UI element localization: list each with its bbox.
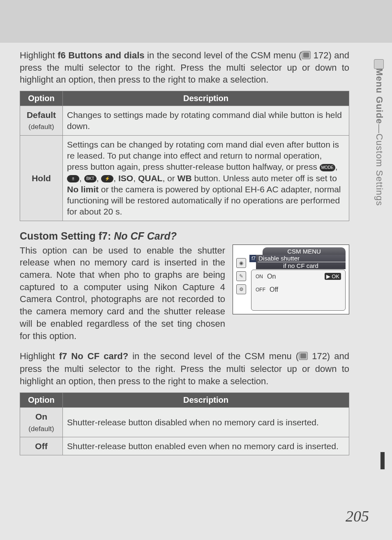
- intro-mid: in the second level of the CSM menu (: [145, 50, 302, 60]
- page: Menu Guide—Custom Settings Highlight f6 …: [0, 0, 392, 540]
- ok-indicator: OK: [325, 273, 341, 280]
- ev-icon: ±: [67, 175, 79, 182]
- desc-cell: Shutter-release button enabled even when…: [63, 437, 349, 455]
- opt-main: Hold: [32, 173, 51, 183]
- qual-bold: QUAL: [138, 173, 163, 183]
- csm-option-off[interactable]: OFF Off: [251, 283, 345, 296]
- top-band: [0, 0, 392, 43]
- sidebar-text: Menu Guide—Custom Settings: [374, 68, 385, 206]
- ref-icon: [299, 352, 308, 360]
- off-badge: OFF: [256, 287, 265, 293]
- pencil-icon: ✎: [236, 271, 246, 281]
- content-area: Highlight f6 Buttons and dials in the se…: [20, 49, 349, 455]
- wrench-icon: ⚙: [236, 284, 246, 294]
- desc-tail: or the camera is powered by optional EH-…: [67, 185, 341, 217]
- opt-cell-default: Default (default): [20, 106, 63, 136]
- th-option: Option: [20, 393, 63, 408]
- csm-title: CSM MENU: [263, 247, 346, 255]
- intro2-mid: in the second level of the CSM menu (: [128, 351, 299, 361]
- opt-main: On: [35, 412, 47, 421]
- flash-icon: ⚡: [101, 175, 113, 182]
- intro2-para: Highlight f7 No CF card? in the second l…: [20, 350, 349, 388]
- bkt-icon: BKT: [84, 175, 97, 182]
- opt-cell-off: Off: [20, 437, 63, 455]
- csm-body: ON On OK OFF Off: [251, 270, 346, 311]
- intro2-bold: f7 No CF card?: [59, 351, 128, 361]
- pencil-icon: [374, 59, 384, 69]
- csm-sub1: Disable shutter: [256, 255, 346, 262]
- table-f7: Option Description On (default) Shutter-…: [20, 392, 349, 455]
- side-tab-label: Menu Guide—Custom Settings: [374, 68, 385, 216]
- opt-sub: (default): [28, 123, 54, 131]
- th-desc: Description: [63, 91, 349, 106]
- desc-cell: Settings can be changed by rotating com …: [63, 135, 349, 221]
- opt-cell-hold: Hold: [20, 135, 63, 221]
- table-row: Off Shutter-release button enabled even …: [20, 437, 349, 455]
- table-f6: Option Description Default (default) Cha…: [20, 91, 349, 221]
- thumb-tab: [374, 452, 385, 469]
- page-number: 205: [346, 507, 369, 525]
- desc-after-icons: button. Unless auto meter off is set to: [192, 173, 337, 183]
- desc-cell: Shutter-release button disabled when no …: [63, 408, 349, 437]
- section-title-it: No CF Card?: [114, 230, 177, 242]
- table-row: Default (default) Changes to settings ma…: [20, 106, 349, 136]
- off-label: Off: [270, 286, 278, 293]
- section-title-pre: Custom Setting f7:: [20, 230, 114, 242]
- nolimit-bold: No limit: [67, 185, 99, 194]
- desc-pre: Settings can be changed by rotating com …: [67, 140, 339, 172]
- opt-main: Off: [35, 441, 47, 451]
- intro-pre: Highlight: [20, 50, 58, 60]
- f7-para: This option can be used to enable the sh…: [20, 245, 225, 342]
- ref-icon: [302, 51, 311, 59]
- sidebar-sep: —: [374, 124, 385, 134]
- sidebar-text-b: Custom Settings: [374, 134, 385, 206]
- iso-bold: ISO: [118, 173, 133, 183]
- table-row: On (default) Shutter-release button disa…: [20, 408, 349, 437]
- table-header: Option Description: [20, 393, 349, 408]
- csm-sub2: if no CF card: [256, 262, 346, 269]
- mode-icon: MODE: [320, 164, 335, 171]
- intro-bold: f6 Buttons and dials: [58, 50, 144, 60]
- section-title: Custom Setting f7: No CF Card?: [20, 230, 349, 242]
- table-header: Option Description: [20, 91, 349, 106]
- intro-para: Highlight f6 Buttons and dials in the se…: [20, 49, 349, 86]
- on-badge: ON: [256, 274, 263, 279]
- camera-screen: CSM MENU f7 Disable shutter if no CF car…: [233, 245, 349, 314]
- opt-main: Default: [27, 110, 56, 120]
- intro2-pre: Highlight: [20, 351, 59, 361]
- opt-cell-on: On (default): [20, 408, 63, 437]
- desc-cell: Changes to settings made by rotating com…: [63, 106, 349, 136]
- table-row: Hold Settings can be changed by rotating…: [20, 135, 349, 221]
- on-label: On: [267, 273, 276, 280]
- opt-sub: (default): [28, 425, 54, 433]
- th-desc: Description: [63, 393, 349, 408]
- csm-option-on[interactable]: ON On OK: [251, 270, 345, 283]
- wb-bold: WB: [178, 173, 192, 183]
- th-option: Option: [20, 91, 63, 106]
- nav-icons: ◉ ✎ ⚙: [236, 255, 249, 311]
- two-col: This option can be used to enable the sh…: [20, 245, 349, 342]
- camera-screen-inner: CSM MENU f7 Disable shutter if no CF car…: [233, 245, 349, 314]
- f7-para-col: This option can be used to enable the sh…: [20, 245, 225, 342]
- camera-icon: ◉: [236, 258, 246, 268]
- sidebar-text-a: Menu Guide: [374, 68, 385, 124]
